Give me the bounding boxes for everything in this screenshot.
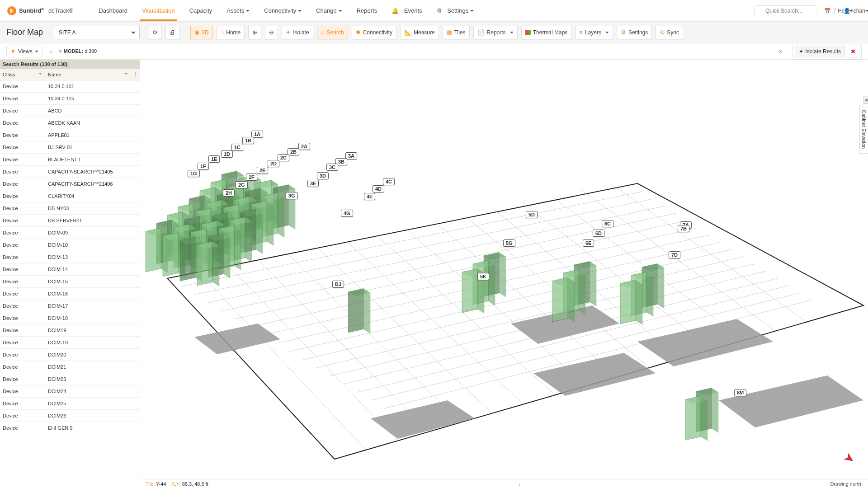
cabinet-label[interactable]: 5K xyxy=(477,273,489,280)
nav-reports[interactable]: Reports xyxy=(349,0,385,21)
table-row[interactable]: Device10.34.0.101 xyxy=(0,80,140,93)
cabinet-label[interactable]: 3E xyxy=(307,180,319,187)
cabinet-label[interactable]: 8M xyxy=(734,389,746,396)
nav-events[interactable]: 🔔 Events xyxy=(384,0,429,21)
cabinet-label[interactable]: 6C xyxy=(602,220,613,227)
cabinet-label[interactable]: 4G xyxy=(341,210,353,217)
cabinet-label[interactable]: 4C xyxy=(383,178,395,185)
table-row[interactable]: Device10.34.0.115 xyxy=(0,93,140,105)
nav-capacity[interactable]: Capacity xyxy=(182,0,220,21)
table-row[interactable]: DeviceDCIM26 xyxy=(0,410,140,422)
sync-button[interactable]: ⟲Sync xyxy=(656,26,683,39)
table-row[interactable]: DeviceDCIM24 xyxy=(0,385,140,398)
settings-button[interactable]: ⚙Settings xyxy=(617,26,652,39)
table-row[interactable]: DeviceDB SERVER01 xyxy=(0,215,140,227)
cabinet-label[interactable]: 2B xyxy=(288,148,299,155)
cabinet-label[interactable]: 3D xyxy=(317,172,329,179)
cabinet-label[interactable]: 1F xyxy=(198,163,209,170)
table-row[interactable]: DeviceBJ-SRV-01 xyxy=(0,141,140,154)
cabinet-label[interactable]: 1G xyxy=(188,170,200,177)
zoom-in-button[interactable]: ⊕ xyxy=(248,26,261,39)
cabinet-label[interactable]: 2F xyxy=(246,174,257,181)
isolate-button[interactable]: ✦Isolate xyxy=(282,26,313,39)
cabinet-label[interactable]: 3G xyxy=(286,192,298,199)
table-row[interactable]: DeviceDCIM-13 xyxy=(0,251,140,263)
table-row[interactable]: DeviceDCIM-16 xyxy=(0,288,140,300)
refresh-button[interactable]: ⟳ xyxy=(149,26,162,39)
table-row[interactable]: DeviceABCD xyxy=(0,105,140,117)
table-row[interactable]: DeviceDCIM-10 xyxy=(0,239,140,251)
views-dropdown[interactable]: ▼Views xyxy=(6,46,42,57)
table-row[interactable]: DeviceDCIM-15 xyxy=(0,276,140,288)
nav-change[interactable]: Change xyxy=(309,0,349,21)
table-row[interactable]: DeviceAPPLE01 xyxy=(0,129,140,141)
table-row[interactable]: DeviceDCIM-18 xyxy=(0,312,140,324)
reports-button[interactable]: 📄Reports xyxy=(473,26,518,39)
nav-visualization[interactable]: Visualization xyxy=(135,0,182,21)
connectivity-button[interactable]: ✺Connectivity xyxy=(352,26,396,39)
table-row[interactable]: DeviceDCIM-19 xyxy=(0,337,140,349)
table-row[interactable]: DeviceDB-NY03 xyxy=(0,202,140,215)
zoom-out-button[interactable]: ⊖ xyxy=(265,26,278,39)
cabinet-label[interactable]: 7D xyxy=(669,251,680,258)
nav-settings[interactable]: ⚙ Settings xyxy=(429,0,481,21)
cabinet-label[interactable]: 2E xyxy=(257,167,268,174)
cabinet-label[interactable]: 5D xyxy=(526,211,538,218)
layers-button[interactable]: ≡Layers xyxy=(575,26,613,39)
global-search-input[interactable] xyxy=(754,5,817,16)
threeD-button[interactable]: ◉3D xyxy=(190,26,212,39)
table-row[interactable]: DeviceDCIM-14 xyxy=(0,263,140,276)
cabinet-label[interactable]: BJ xyxy=(332,281,344,288)
cabinet-elevation-tab[interactable]: Cabinet Elevation xyxy=(859,105,868,154)
cabinet-label[interactable]: 1B xyxy=(242,137,254,144)
clear-search-icon[interactable]: ✕ xyxy=(775,47,785,56)
cabinet-label[interactable]: 4E xyxy=(364,193,375,200)
cabinet-label[interactable]: 1E xyxy=(208,155,220,163)
results-grid-body[interactable]: Device10.34.0.101Device10.34.0.115Device… xyxy=(0,80,140,479)
table-row[interactable]: DeviceCAPACITY-SEARCH^^21406 xyxy=(0,178,140,190)
cabinet-label[interactable]: 2C xyxy=(278,154,289,161)
cabinet-label[interactable]: 2H xyxy=(223,189,235,197)
table-row[interactable]: DeviceDCIM25 xyxy=(0,398,140,410)
table-row[interactable]: DeviceCLARITY04 xyxy=(0,190,140,202)
print-button[interactable]: 🖨 xyxy=(165,26,179,39)
table-row[interactable]: DeviceDCIM23 xyxy=(0,373,140,385)
isolate-close-button[interactable]: ✖ xyxy=(847,46,859,57)
search-button[interactable]: ⌕Search xyxy=(317,26,348,39)
cabinet-label[interactable]: 3C xyxy=(326,164,338,171)
site-select[interactable]: SITE A xyxy=(54,26,140,39)
floor-viewport[interactable]: 1A1B1C1D1E1F1G2A2B2C2D2E2F2G2H3A3B3C3D3E… xyxy=(140,60,868,479)
cabinet-label[interactable]: 1C xyxy=(231,144,243,151)
cabinet-label[interactable]: 3A xyxy=(345,152,357,160)
table-row[interactable]: DeviceCAPACITY-SEARCH^^21405 xyxy=(0,166,140,178)
isolate-results-button[interactable]: ✦Isolate Results xyxy=(795,46,845,57)
nav-dashboard[interactable]: Dashboard xyxy=(91,0,135,21)
table-row[interactable]: DeviceDCIM-09 xyxy=(0,227,140,239)
calendar-icon[interactable]: 📅 xyxy=(823,6,832,15)
table-row[interactable]: DeviceEHI GEN 9 xyxy=(0,422,140,434)
cabinet-label[interactable]: 6E xyxy=(583,239,594,247)
cabinet-label[interactable]: 2A xyxy=(298,143,310,150)
cabinet-label[interactable]: 6D xyxy=(593,230,604,237)
table-row[interactable]: DeviceBLADETEST 1 xyxy=(0,154,140,166)
table-row[interactable]: DeviceDCIM-17 xyxy=(0,300,140,312)
cabinet-label[interactable]: 2G xyxy=(236,181,248,188)
table-row[interactable]: DeviceDCIM19 xyxy=(0,324,140,337)
table-row[interactable]: DeviceABCDK KAAN xyxy=(0,117,140,129)
col-menu-icon[interactable]: ⋮ xyxy=(131,71,140,78)
home-button[interactable]: ⌂Home xyxy=(216,26,245,39)
sidepanel-expand-handle[interactable]: ◀ xyxy=(863,96,868,104)
cabinet-label[interactable]: 7B xyxy=(678,225,689,232)
col-class[interactable]: Class xyxy=(0,69,45,80)
cabinet-label[interactable]: 1D xyxy=(221,150,233,158)
tiles-button[interactable]: ▦Tiles xyxy=(443,26,470,39)
cabinet-label[interactable]: 4D xyxy=(373,185,384,192)
thermal-button[interactable]: Thermal Maps xyxy=(521,26,572,39)
model-search[interactable]: ⌕ ✕ MODEL: dl380 ✕ xyxy=(46,45,789,58)
nav-assets[interactable]: Assets xyxy=(219,0,257,21)
cabinet-label[interactable]: 5G xyxy=(503,239,515,247)
table-row[interactable]: DeviceDCIM21 xyxy=(0,361,140,373)
col-name[interactable]: Name xyxy=(45,69,131,80)
measure-button[interactable]: 📐Measure xyxy=(400,26,439,39)
nav-connectivity[interactable]: Connectivity xyxy=(257,0,309,21)
